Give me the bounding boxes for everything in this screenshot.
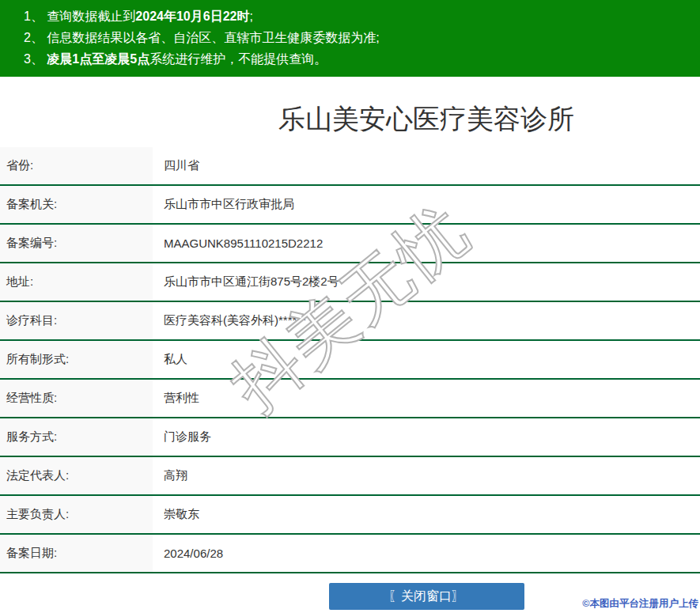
row-value: 高翔	[153, 457, 700, 494]
row-value: 崇敬东	[153, 496, 700, 533]
row-label: 服务方式:	[0, 418, 153, 456]
title-container: 乐山美安心医疗美容诊所	[153, 77, 700, 134]
table-row: 地址: 乐山市市中区通江街875号2楼2号	[0, 263, 700, 302]
notice-text-segment: ;	[249, 9, 252, 23]
row-value: MAAGUNK8951110215D2212	[153, 225, 700, 262]
table-row: 法定代表人: 高翔	[0, 457, 700, 496]
row-value: 私人	[153, 341, 700, 378]
table-row: 备案日期: 2024/06/28	[0, 535, 700, 573]
row-label: 诊疗科目:	[0, 302, 153, 339]
notice-text-segment: 2024年10月6日22时	[135, 9, 249, 23]
notice-text-segment: 查询数据截止到	[47, 9, 135, 23]
notice-text-segment: 信息数据结果以各省、自治区、直辖市卫生健康委数据为准;	[47, 31, 379, 44]
row-label: 经营性质:	[0, 380, 153, 417]
row-value: 营利性	[153, 380, 700, 417]
record-table: 省份: 四川省 备案机关: 乐山市市中区行政审批局 备案编号: MAAGUNK8…	[0, 147, 700, 573]
notice-list: 1、 查询数据截止到2024年10月6日22时;2、 信息数据结果以各省、自治区…	[24, 6, 692, 70]
attribution-text: ©本图由平台注册用户上传	[582, 597, 698, 611]
row-value: 乐山市市中区通江街875号2楼2号	[153, 263, 700, 301]
row-label: 主要负责人:	[0, 496, 153, 533]
row-label: 所有制形式:	[0, 341, 153, 378]
notice-number: 1、	[24, 9, 47, 23]
row-label: 备案日期:	[0, 535, 153, 572]
row-label: 备案编号:	[0, 225, 153, 262]
page-title: 乐山美安心医疗美容诊所	[153, 103, 700, 134]
notice-number: 3、	[24, 52, 47, 66]
row-label: 法定代表人:	[0, 457, 153, 494]
row-value: 门诊服务	[153, 418, 700, 456]
row-value: 乐山市市中区行政审批局	[153, 186, 700, 223]
close-window-button[interactable]: 〖关闭窗口〗	[329, 583, 524, 610]
table-row: 备案编号: MAAGUNK8951110215D2212	[0, 225, 700, 263]
notice-text-segment: 凌晨1点至凌晨5点	[47, 52, 149, 66]
table-row: 服务方式: 门诊服务	[0, 418, 700, 457]
notice-banner: 1、 查询数据截止到2024年10月6日22时;2、 信息数据结果以各省、自治区…	[0, 0, 700, 77]
table-row: 备案机关: 乐山市市中区行政审批局	[0, 186, 700, 225]
notice-line: 1、 查询数据截止到2024年10月6日22时;	[24, 6, 692, 27]
table-row: 所有制形式: 私人	[0, 341, 700, 380]
table-row: 主要负责人: 崇敬东	[0, 496, 700, 535]
notice-line: 3、 凌晨1点至凌晨5点系统进行维护，不能提供查询。	[24, 48, 692, 70]
notice-number: 2、	[24, 31, 47, 44]
table-row: 诊疗科目: 医疗美容科(美容外科)******	[0, 302, 700, 341]
row-label: 省份:	[0, 147, 153, 184]
row-value: 医疗美容科(美容外科)******	[153, 302, 700, 339]
row-label: 地址:	[0, 263, 153, 301]
table-row: 经营性质: 营利性	[0, 380, 700, 418]
row-label: 备案机关:	[0, 186, 153, 223]
notice-text-segment: 系统进行维护，不能提供查询。	[149, 52, 327, 66]
row-value: 2024/06/28	[153, 535, 700, 572]
table-row: 省份: 四川省	[0, 147, 700, 186]
row-value: 四川省	[153, 147, 700, 184]
notice-line: 2、 信息数据结果以各省、自治区、直辖市卫生健康委数据为准;	[24, 27, 692, 48]
